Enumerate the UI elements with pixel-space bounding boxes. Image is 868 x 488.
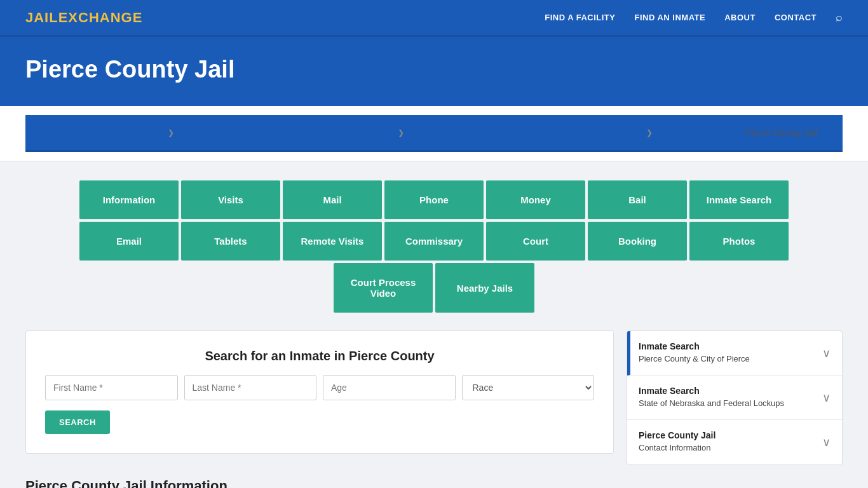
btn-photos[interactable]: Photos xyxy=(689,222,789,261)
sidebar-item-2-subtitle: Contact Information xyxy=(639,442,816,454)
sidebar-item-1-text: Inmate Search State of Nebraska and Fede… xyxy=(639,386,816,409)
race-select[interactable]: Race All White Black Hispanic Asian Othe… xyxy=(462,375,595,400)
brand-part1: JAIL xyxy=(25,10,58,25)
brand-highlight: EXCHANGE xyxy=(58,10,143,25)
sidebar-item-0[interactable]: Inmate Search Pierce County & City of Pi… xyxy=(627,331,842,376)
breadcrumb-sep-1: ❯ xyxy=(168,128,174,137)
sidebar-item-1[interactable]: Inmate Search State of Nebraska and Fede… xyxy=(627,376,842,420)
nav-find-inmate[interactable]: FIND AN INMATE xyxy=(634,13,705,22)
nav-search-icon[interactable]: ⌕ xyxy=(836,11,843,24)
btn-row-3: Court Process Video Nearby Jails xyxy=(334,263,534,313)
sidebar-item-1-title: Inmate Search xyxy=(639,386,816,396)
breadcrumb-sep-2: ❯ xyxy=(398,128,404,137)
main-content: Information Visits Mail Phone Money Bail… xyxy=(0,161,868,488)
page-title: Pierce County Jail xyxy=(25,56,843,83)
btn-visits[interactable]: Visits xyxy=(181,180,280,219)
nav-about[interactable]: ABOUT xyxy=(724,13,756,22)
sidebar-card: Inmate Search Pierce County & City of Pi… xyxy=(627,330,843,465)
btn-remote-visits[interactable]: Remote Visits xyxy=(283,222,382,261)
btn-tablets[interactable]: Tablets xyxy=(181,222,280,261)
chevron-down-icon-2: ∨ xyxy=(822,435,831,449)
hero-banner: Pierce County Jail xyxy=(0,37,868,106)
left-column: Search for an Inmate in Pierce County Ra… xyxy=(25,330,614,488)
sidebar-item-2[interactable]: Pierce County Jail Contact Information ∨ xyxy=(627,420,842,464)
search-title: Search for an Inmate in Pierce County xyxy=(45,349,594,363)
sidebar-item-0-title: Inmate Search xyxy=(639,341,816,351)
breadcrumb-nebraska[interactable]: Nebraska xyxy=(267,128,305,138)
button-grid: Information Visits Mail Phone Money Bail… xyxy=(25,180,843,313)
btn-mail[interactable]: Mail xyxy=(283,180,382,219)
breadcrumb-pierce-county[interactable]: Pierce County xyxy=(498,128,553,138)
btn-bail[interactable]: Bail xyxy=(588,180,687,219)
nav-links: FIND A FACILITY FIND AN INMATE ABOUT CON… xyxy=(545,11,843,24)
brand-logo[interactable]: JAILEXCHANGE xyxy=(25,10,142,26)
btn-nearby-jails[interactable]: Nearby Jails xyxy=(435,263,534,313)
info-heading: Pierce County Jail Information xyxy=(25,478,614,488)
btn-information[interactable]: Information xyxy=(79,180,179,219)
btn-inmate-search[interactable]: Inmate Search xyxy=(689,180,789,219)
sidebar-item-2-text: Pierce County Jail Contact Information xyxy=(639,430,816,454)
last-name-input[interactable] xyxy=(184,375,317,400)
btn-phone[interactable]: Phone xyxy=(384,180,484,219)
sidebar-item-0-subtitle: Pierce County & City of Pierce xyxy=(639,353,816,365)
breadcrumb-current: Pierce County Jail xyxy=(745,128,817,138)
breadcrumb: Home ❯ Nebraska ❯ Pierce County ❯ Pierce… xyxy=(25,115,843,152)
sidebar-item-0-text: Inmate Search Pierce County & City of Pi… xyxy=(639,341,816,365)
btn-court[interactable]: Court xyxy=(486,222,585,261)
chevron-down-icon-0: ∨ xyxy=(822,346,831,360)
btn-booking[interactable]: Booking xyxy=(588,222,687,261)
sidebar: Inmate Search Pierce County & City of Pi… xyxy=(627,330,843,465)
btn-row-1: Information Visits Mail Phone Money Bail… xyxy=(79,180,789,219)
sidebar-item-1-subtitle: State of Nebraska and Federal Lockups xyxy=(639,398,816,409)
btn-money[interactable]: Money xyxy=(486,180,585,219)
btn-court-process-video[interactable]: Court Process Video xyxy=(334,263,433,313)
chevron-down-icon-1: ∨ xyxy=(822,391,831,405)
first-name-input[interactable] xyxy=(45,375,178,400)
nav-contact[interactable]: CONTACT xyxy=(775,13,817,22)
navbar: JAILEXCHANGE FIND A FACILITY FIND AN INM… xyxy=(0,0,868,37)
btn-commissary[interactable]: Commissary xyxy=(384,222,484,261)
age-input[interactable] xyxy=(323,375,456,400)
lower-section: Search for an Inmate in Pierce County Ra… xyxy=(25,330,843,488)
breadcrumb-home[interactable]: Home xyxy=(51,128,74,138)
btn-email[interactable]: Email xyxy=(79,222,179,261)
sidebar-item-2-title: Pierce County Jail xyxy=(639,430,816,440)
breadcrumb-sep-3: ❯ xyxy=(646,128,653,137)
inmate-search-box: Search for an Inmate in Pierce County Ra… xyxy=(25,330,614,454)
nav-find-facility[interactable]: FIND A FACILITY xyxy=(545,13,615,22)
breadcrumb-bar: Home ❯ Nebraska ❯ Pierce County ❯ Pierce… xyxy=(0,106,868,161)
page-info-section: Pierce County Jail Information xyxy=(25,454,614,488)
search-button[interactable]: SEARCH xyxy=(45,410,110,434)
btn-row-2: Email Tablets Remote Visits Commissary C… xyxy=(79,222,789,261)
search-fields: Race All White Black Hispanic Asian Othe… xyxy=(45,375,594,400)
